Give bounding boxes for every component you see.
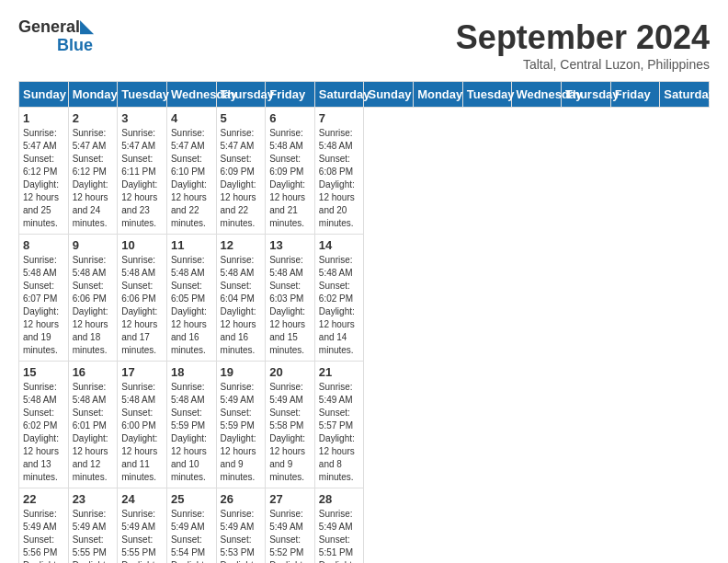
day-number: 22 — [23, 492, 64, 506]
day-number: 6 — [269, 111, 311, 125]
calendar-cell-9: 9Sunrise: 5:48 AMSunset: 6:06 PMDaylight… — [68, 235, 118, 362]
calendar-cell-4: 4Sunrise: 5:47 AMSunset: 6:10 PMDaylight… — [166, 108, 216, 235]
cell-info: Sunrise: 5:48 AMSunset: 6:02 PMDaylight:… — [23, 381, 64, 484]
cell-info: Sunrise: 5:48 AMSunset: 6:00 PMDaylight:… — [121, 381, 163, 484]
cell-info: Sunrise: 5:48 AMSunset: 6:06 PMDaylight:… — [73, 254, 114, 357]
logo-line2: Blue — [57, 37, 93, 55]
day-number: 10 — [121, 238, 163, 252]
cell-info: Sunrise: 5:47 AMSunset: 6:10 PMDaylight:… — [171, 127, 212, 230]
cell-info: Sunrise: 5:48 AMSunset: 6:07 PMDaylight:… — [23, 254, 64, 357]
calendar-cell-18: 18Sunrise: 5:48 AMSunset: 5:59 PMDayligh… — [166, 362, 216, 488]
day-header-tuesday: Tuesday — [118, 82, 167, 108]
title-section: September 2024 Taltal, Central Luzon, Ph… — [456, 18, 710, 72]
calendar-cell-16: 16Sunrise: 5:48 AMSunset: 6:01 PMDayligh… — [68, 362, 118, 488]
calendar-table: SundayMondayTuesdayWednesdayThursdayFrid… — [18, 81, 710, 563]
calendar-week-3: 22Sunrise: 5:49 AMSunset: 5:56 PMDayligh… — [19, 488, 710, 564]
day-header-wednesday: Wednesday — [166, 82, 216, 108]
day-number: 17 — [121, 365, 163, 379]
calendar-cell-15: 15Sunrise: 5:48 AMSunset: 6:02 PMDayligh… — [19, 362, 69, 488]
day-number: 24 — [121, 492, 163, 506]
day-number: 12 — [221, 238, 262, 252]
cell-info: Sunrise: 5:47 AMSunset: 6:12 PMDaylight:… — [73, 127, 114, 230]
cell-info: Sunrise: 5:48 AMSunset: 6:09 PMDaylight:… — [269, 127, 311, 230]
day-header-sunday: Sunday — [19, 82, 69, 108]
day-number: 26 — [221, 492, 262, 506]
calendar-cell-12: 12Sunrise: 5:48 AMSunset: 6:04 PMDayligh… — [216, 235, 266, 362]
day-number: 9 — [73, 238, 114, 252]
calendar-cell-10: 10Sunrise: 5:48 AMSunset: 6:06 PMDayligh… — [118, 235, 167, 362]
day-header-monday: Monday — [414, 82, 463, 108]
day-number: 2 — [73, 111, 114, 125]
cell-info: Sunrise: 5:49 AMSunset: 5:56 PMDaylight:… — [23, 508, 64, 563]
day-number: 13 — [269, 238, 311, 252]
calendar-cell-8: 8Sunrise: 5:48 AMSunset: 6:07 PMDaylight… — [19, 235, 69, 362]
calendar-cell-13: 13Sunrise: 5:48 AMSunset: 6:03 PMDayligh… — [266, 235, 315, 362]
cell-info: Sunrise: 5:49 AMSunset: 5:57 PMDaylight:… — [319, 381, 360, 484]
day-number: 4 — [171, 111, 212, 125]
day-number: 21 — [319, 365, 360, 379]
day-number: 11 — [171, 238, 212, 252]
cell-info: Sunrise: 5:49 AMSunset: 5:51 PMDaylight:… — [319, 508, 360, 563]
day-header-sunday: Sunday — [364, 82, 414, 108]
calendar-cell-1: 1Sunrise: 5:47 AMSunset: 6:12 PMDaylight… — [19, 108, 69, 235]
day-number: 14 — [319, 238, 360, 252]
page-header: General◣ Blue September 2024 Taltal, Cen… — [18, 18, 710, 72]
cell-info: Sunrise: 5:48 AMSunset: 6:03 PMDaylight:… — [269, 254, 311, 357]
calendar-week-1: 8Sunrise: 5:48 AMSunset: 6:07 PMDaylight… — [19, 235, 710, 362]
cell-info: Sunrise: 5:48 AMSunset: 6:06 PMDaylight:… — [121, 254, 163, 357]
day-number: 25 — [171, 492, 212, 506]
calendar-cell-2: 2Sunrise: 5:47 AMSunset: 6:12 PMDaylight… — [68, 108, 118, 235]
cell-info: Sunrise: 5:48 AMSunset: 6:08 PMDaylight:… — [319, 127, 360, 230]
location: Taltal, Central Luzon, Philippines — [456, 57, 710, 72]
calendar-cell-14: 14Sunrise: 5:48 AMSunset: 6:02 PMDayligh… — [314, 235, 364, 362]
cell-info: Sunrise: 5:49 AMSunset: 5:54 PMDaylight:… — [171, 508, 212, 563]
day-number: 8 — [23, 238, 64, 252]
day-number: 15 — [23, 365, 64, 379]
day-header-saturday: Saturday — [314, 82, 364, 108]
day-number: 19 — [221, 365, 262, 379]
day-header-thursday: Thursday — [216, 82, 266, 108]
cell-info: Sunrise: 5:47 AMSunset: 6:12 PMDaylight:… — [23, 127, 64, 230]
cell-info: Sunrise: 5:47 AMSunset: 6:11 PMDaylight:… — [121, 127, 163, 230]
calendar-cell-22: 22Sunrise: 5:49 AMSunset: 5:56 PMDayligh… — [19, 488, 69, 564]
day-header-wednesday: Wednesday — [512, 82, 562, 108]
calendar-cell-3: 3Sunrise: 5:47 AMSunset: 6:11 PMDaylight… — [118, 108, 167, 235]
calendar-cell-6: 6Sunrise: 5:48 AMSunset: 6:09 PMDaylight… — [266, 108, 315, 235]
calendar-cell-28: 28Sunrise: 5:49 AMSunset: 5:51 PMDayligh… — [314, 488, 364, 564]
day-number: 16 — [73, 365, 114, 379]
day-header-friday: Friday — [266, 82, 315, 108]
day-header-friday: Friday — [610, 82, 660, 108]
cell-info: Sunrise: 5:49 AMSunset: 5:58 PMDaylight:… — [269, 381, 311, 484]
calendar-cell-25: 25Sunrise: 5:49 AMSunset: 5:54 PMDayligh… — [166, 488, 216, 564]
cell-info: Sunrise: 5:49 AMSunset: 5:59 PMDaylight:… — [221, 381, 262, 484]
day-number: 7 — [319, 111, 360, 125]
header-row: SundayMondayTuesdayWednesdayThursdayFrid… — [19, 82, 710, 108]
day-header-tuesday: Tuesday — [462, 82, 512, 108]
calendar-cell-21: 21Sunrise: 5:49 AMSunset: 5:57 PMDayligh… — [314, 362, 364, 488]
day-number: 1 — [23, 111, 64, 125]
calendar-cell-20: 20Sunrise: 5:49 AMSunset: 5:58 PMDayligh… — [266, 362, 315, 488]
calendar-week-0: 1Sunrise: 5:47 AMSunset: 6:12 PMDaylight… — [19, 108, 710, 235]
calendar-cell-23: 23Sunrise: 5:49 AMSunset: 5:55 PMDayligh… — [68, 488, 118, 564]
cell-info: Sunrise: 5:49 AMSunset: 5:53 PMDaylight:… — [221, 508, 262, 563]
day-header-saturday: Saturday — [660, 82, 710, 108]
day-number: 28 — [319, 492, 360, 506]
day-number: 23 — [73, 492, 114, 506]
calendar-week-2: 15Sunrise: 5:48 AMSunset: 6:02 PMDayligh… — [19, 362, 710, 488]
day-number: 27 — [269, 492, 311, 506]
calendar-cell-27: 27Sunrise: 5:49 AMSunset: 5:52 PMDayligh… — [266, 488, 315, 564]
month-title: September 2024 — [456, 18, 710, 57]
cell-info: Sunrise: 5:48 AMSunset: 6:05 PMDaylight:… — [171, 254, 212, 357]
cell-info: Sunrise: 5:48 AMSunset: 6:01 PMDaylight:… — [73, 381, 114, 484]
day-number: 5 — [221, 111, 262, 125]
cell-info: Sunrise: 5:49 AMSunset: 5:55 PMDaylight:… — [121, 508, 163, 563]
calendar-cell-19: 19Sunrise: 5:49 AMSunset: 5:59 PMDayligh… — [216, 362, 266, 488]
cell-info: Sunrise: 5:49 AMSunset: 5:52 PMDaylight:… — [269, 508, 311, 563]
calendar-cell-26: 26Sunrise: 5:49 AMSunset: 5:53 PMDayligh… — [216, 488, 266, 564]
logo-line1: General◣ — [18, 18, 93, 37]
cell-info: Sunrise: 5:47 AMSunset: 6:09 PMDaylight:… — [221, 127, 262, 230]
cell-info: Sunrise: 5:48 AMSunset: 6:04 PMDaylight:… — [221, 254, 262, 357]
day-number: 18 — [171, 365, 212, 379]
logo: General◣ Blue — [18, 18, 93, 55]
calendar-cell-5: 5Sunrise: 5:47 AMSunset: 6:09 PMDaylight… — [216, 108, 266, 235]
